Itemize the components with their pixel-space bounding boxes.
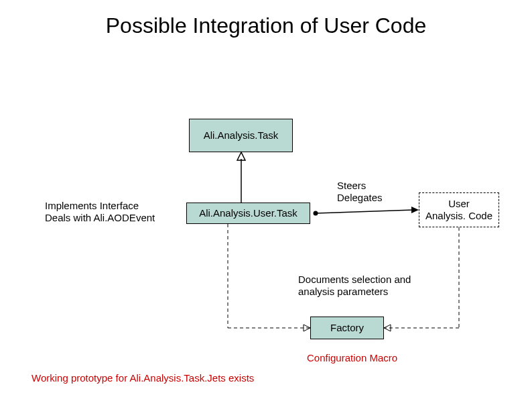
svg-marker-1 — [237, 152, 245, 160]
slide-title: Possible Integration of User Code — [0, 13, 532, 38]
box-analysis-task: Ali.Analysis.Task — [189, 119, 293, 152]
svg-marker-9 — [304, 325, 310, 331]
svg-marker-4 — [411, 207, 419, 213]
annot-prototype: Working prototype for Ali.Analysis.Task.… — [31, 372, 254, 384]
svg-line-2 — [316, 210, 413, 213]
box-factory-label: Factory — [330, 322, 364, 334]
box-analysis-task-label: Ali.Analysis.Task — [204, 129, 279, 141]
box-analysis-user-task: Ali.Analysis.User.Task — [186, 203, 310, 224]
annot-documents: Documents selection and analysis paramet… — [298, 274, 411, 298]
svg-marker-10 — [384, 325, 391, 331]
box-user-code: User Analysis. Code — [419, 192, 499, 227]
annot-implements: Implements Interface Deals with Ali.AODE… — [45, 200, 155, 224]
annot-steers: Steers Delegates — [337, 180, 383, 204]
box-user-code-label: User Analysis. Code — [425, 198, 492, 222]
annot-config-macro: Configuration Macro — [307, 352, 397, 364]
box-factory: Factory — [310, 317, 384, 339]
svg-point-3 — [314, 211, 318, 216]
box-analysis-user-task-label: Ali.Analysis.User.Task — [199, 207, 297, 219]
